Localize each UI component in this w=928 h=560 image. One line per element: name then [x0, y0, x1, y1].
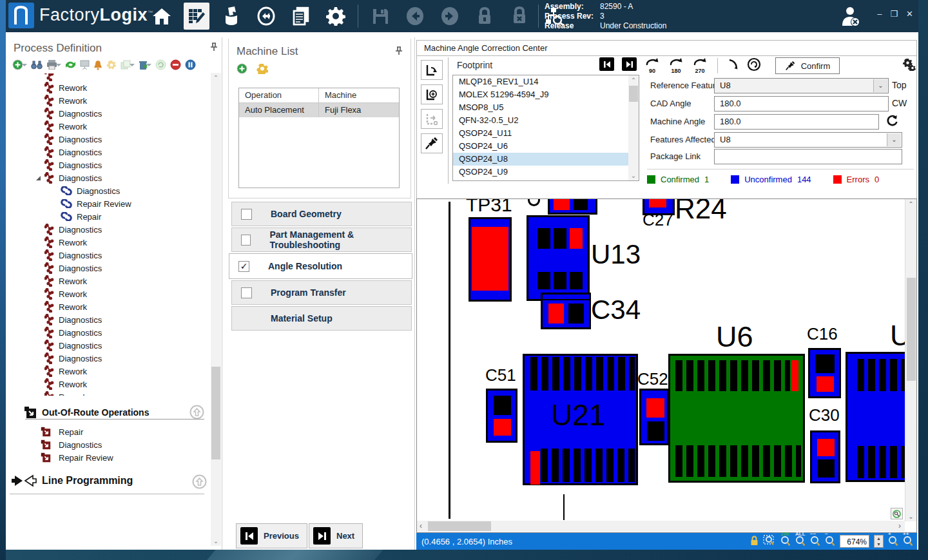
- machine-table-row[interactable]: Auto Placement Fuji Flexa: [239, 103, 399, 117]
- confirm-button[interactable]: Confirm: [775, 57, 840, 74]
- tree-item-operation[interactable]: Diagnostics: [10, 159, 208, 171]
- back-icon[interactable]: [402, 3, 428, 30]
- tree-item-operation[interactable]: [10, 73, 208, 81]
- expand-triangle-icon[interactable]: [35, 173, 42, 183]
- section-part-management-troubleshooting[interactable]: Part Management & Troubleshooting: [231, 227, 412, 252]
- footprint-next-icon[interactable]: [622, 57, 637, 71]
- component-tp31[interactable]: [469, 217, 512, 302]
- tree-item-operation[interactable]: Diagnostics: [10, 313, 208, 326]
- component-u13[interactable]: [527, 215, 590, 301]
- features-affected-combo[interactable]: U8 ⌄: [714, 132, 902, 148]
- remove-icon[interactable]: [170, 59, 181, 70]
- rotate-270-icon[interactable]: 270: [691, 57, 708, 74]
- tree-item-operation[interactable]: Diagnostics: [10, 133, 208, 146]
- component-c52[interactable]: [639, 389, 669, 445]
- minimize-button[interactable]: –: [877, 9, 882, 19]
- close-button[interactable]: ✕: [906, 9, 913, 19]
- cad-angle-input[interactable]: 180.0: [714, 96, 889, 111]
- rotate-all-icon[interactable]: [421, 84, 443, 104]
- section-board-geometry[interactable]: Board Geometry: [231, 202, 412, 226]
- zoom-in-more-icon[interactable]: ++: [903, 535, 913, 548]
- refresh-icon[interactable]: [155, 59, 166, 70]
- footprint-prev-icon[interactable]: [599, 57, 614, 71]
- apply-offset-icon[interactable]: [421, 109, 443, 129]
- feeder-icon[interactable]: [218, 3, 244, 30]
- zoom-out-icon[interactable]: −−: [810, 535, 820, 548]
- sync-icon[interactable]: [65, 60, 76, 70]
- rotate-footprint-icon[interactable]: [421, 60, 443, 80]
- footprint-item[interactable]: QSOP24_U9: [453, 166, 639, 179]
- section-material-setup[interactable]: Material Setup: [231, 306, 412, 331]
- maximize-button[interactable]: ❒: [890, 9, 898, 19]
- component-u-partial[interactable]: [846, 352, 905, 482]
- line-programming-header[interactable]: Line Programming: [11, 473, 133, 488]
- tree-item-link[interactable]: Repair: [10, 210, 208, 223]
- footprint-item[interactable]: QFN-32-0.5_U2: [453, 114, 639, 127]
- gear-icon[interactable]: [106, 60, 117, 70]
- component-top-clipped[interactable]: [548, 199, 597, 215]
- column-header-operation[interactable]: Operation: [239, 88, 319, 102]
- delete-icon[interactable]: [139, 60, 151, 70]
- lock-zoom-icon[interactable]: [750, 536, 759, 548]
- tree-item-operation[interactable]: Diagnostics: [10, 171, 208, 184]
- tree-item-operation[interactable]: Rework: [10, 287, 208, 300]
- component-c16[interactable]: [808, 348, 841, 398]
- out-of-route-item[interactable]: Repair: [41, 425, 113, 438]
- previous-button[interactable]: Previous: [236, 523, 307, 548]
- lock-x-icon[interactable]: [507, 3, 532, 30]
- footprint-scrollbar[interactable]: ⌃ ⌄: [628, 75, 639, 180]
- footprint-item[interactable]: QSOP24_U11: [453, 127, 639, 140]
- section-checkbox[interactable]: [241, 209, 252, 220]
- route-icon[interactable]: [253, 3, 279, 30]
- section-checkbox[interactable]: [241, 287, 252, 298]
- save-icon[interactable]: [367, 3, 393, 30]
- component-c51[interactable]: [486, 389, 517, 443]
- tree-scrollbar[interactable]: ⌃ ⌄: [211, 73, 221, 546]
- out-of-route-item[interactable]: Repair Review: [41, 451, 113, 464]
- zoom-in-icon[interactable]: +: [888, 535, 898, 548]
- column-header-machine[interactable]: Machine: [319, 88, 399, 102]
- footprint-item[interactable]: MSOP8_U5: [453, 101, 639, 114]
- pcb-canvas[interactable]: TP31 U13: [417, 199, 905, 521]
- measure-angle-icon[interactable]: [727, 58, 740, 73]
- footprint-item[interactable]: QSOP24_U8: [453, 153, 639, 166]
- tree-item-operation[interactable]: Rework: [10, 236, 208, 249]
- copy-icon[interactable]: [121, 60, 135, 70]
- tree-item-operation[interactable]: Rework: [10, 378, 208, 391]
- add-machine-icon[interactable]: [237, 63, 247, 77]
- footprint-item[interactable]: QSOP24_U6: [453, 140, 639, 153]
- forward-icon[interactable]: [437, 3, 463, 30]
- zoom-level-input[interactable]: 674%: [840, 535, 869, 548]
- pcb-vertical-scrollbar[interactable]: ⌃ ⌄: [905, 199, 916, 521]
- tree-item-operation[interactable]: Rework: [10, 391, 208, 396]
- component-c34[interactable]: [541, 293, 591, 329]
- pin-icon[interactable]: [210, 43, 218, 54]
- alert-icon[interactable]: [93, 60, 102, 70]
- reference-feature-combo[interactable]: U8 ⌄: [714, 78, 889, 93]
- pcb-horizontal-scrollbar[interactable]: ‹ ›: [417, 521, 905, 532]
- section-program-transfer[interactable]: Program Transfer: [231, 280, 412, 305]
- tree-item-operation[interactable]: Diagnostics: [10, 339, 208, 352]
- zoom-all-icon[interactable]: ALL: [795, 535, 806, 548]
- zoom-spinner[interactable]: ▲▼: [874, 535, 884, 548]
- tree-item-operation[interactable]: Diagnostics: [10, 249, 208, 262]
- lock-icon[interactable]: [472, 3, 498, 30]
- package-link-input[interactable]: [714, 149, 902, 164]
- binoculars-icon[interactable]: [31, 61, 43, 70]
- pin-icon[interactable]: [395, 46, 403, 58]
- tree-item-operation[interactable]: Rework: [10, 81, 208, 94]
- out-of-route-header[interactable]: Out-Of-Route Operations: [24, 406, 149, 419]
- tree-item-operation[interactable]: Rework: [10, 120, 208, 133]
- machine-angle-input[interactable]: 180.0: [714, 114, 879, 130]
- documents-icon[interactable]: [288, 3, 314, 30]
- rotate-90-icon[interactable]: 90: [644, 57, 661, 74]
- out-of-route-item[interactable]: Diagnostics: [41, 438, 113, 451]
- add-icon[interactable]: [12, 59, 27, 70]
- tree-item-operation[interactable]: Diagnostics: [10, 223, 208, 236]
- tree-item-operation[interactable]: Rework: [10, 365, 208, 378]
- zoom-out-small-icon[interactable]: −: [825, 535, 835, 548]
- footprint-item[interactable]: MOLEX 51296-4594_J9: [453, 88, 639, 101]
- process-edit-icon[interactable]: [184, 3, 209, 30]
- component-u6[interactable]: [668, 354, 805, 483]
- user-logout-icon[interactable]: [838, 5, 862, 30]
